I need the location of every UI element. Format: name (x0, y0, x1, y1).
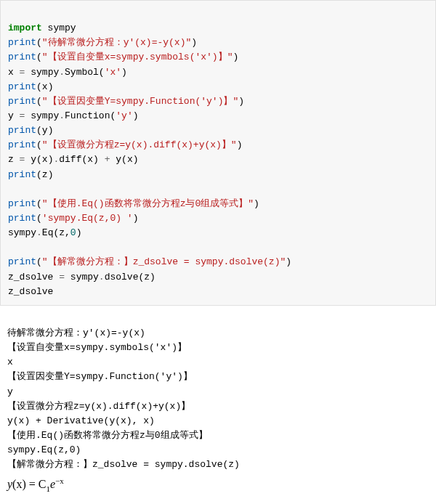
code-line: print("【设置自变量x=sympy.symbols('x')】") (8, 52, 238, 62)
fn-print: print (8, 37, 36, 48)
fn-print: print (8, 52, 36, 62)
module: sympy (8, 227, 36, 238)
output-line: y(x) + Derivative(y(x), x) (7, 415, 155, 426)
code-line: import sympy (8, 23, 76, 33)
paren: ( (36, 37, 42, 48)
paren: ( (36, 256, 42, 267)
arg: z (42, 169, 48, 180)
paren: ( (36, 125, 42, 136)
method: diff (59, 154, 81, 165)
string: 'y' (116, 110, 132, 121)
fn-print: print (8, 139, 36, 150)
module: sympy (25, 67, 59, 78)
var: z (8, 154, 20, 165)
fn-print: print (8, 81, 36, 92)
string: "待解常微分方程：y'(x)=-y(x)" (42, 37, 191, 48)
code-line: print("待解常微分方程：y'(x)=-y(x)") (8, 37, 197, 48)
code-line: print("【设置因变量Y=sympy.Function('y')】") (8, 96, 244, 107)
string: "【解常微分方程：】z_dsolve = sympy.dsolve(z)" (42, 256, 286, 267)
code-line: print('sympy.Eq(z,0) ') (8, 213, 138, 224)
math-superscript: −x (55, 476, 64, 485)
dot: . (59, 110, 65, 121)
dot: . (99, 272, 105, 283)
paren: ) (133, 110, 139, 121)
paren: ( (36, 96, 42, 107)
module: sympy (65, 272, 99, 283)
fn-print: print (8, 198, 36, 209)
paren: ) (254, 198, 259, 209)
class-name: Function (65, 110, 110, 121)
paren: ) (48, 169, 54, 180)
var: z_dsolve (8, 272, 59, 283)
paren: ( (36, 52, 42, 62)
string: "【使用.Eq()函数将常微分方程z与0组成等式】" (42, 198, 254, 209)
paren: ) (76, 227, 82, 238)
output-line: 【设置因变量Y=sympy.Function('y')】 (7, 371, 193, 382)
arg: x (42, 81, 48, 92)
paren: ( (36, 169, 42, 180)
paren: ) (233, 52, 238, 62)
fn-print: print (8, 96, 36, 107)
var: x (8, 67, 20, 78)
fn-dsolve: dsolve (105, 272, 139, 283)
class-name: Symbol (65, 67, 99, 78)
paren: ) (48, 81, 54, 92)
output-line: x (7, 357, 13, 367)
string: "【设置微分方程z=y(x).diff(x)+y(x)】" (42, 139, 237, 150)
operator: + (105, 154, 110, 165)
code-line: z_dsolve (8, 286, 53, 297)
output-line: sympy.Eq(z,0) (7, 444, 86, 455)
code-line: print("【解常微分方程：】z_dsolve = sympy.dsolve(… (8, 256, 291, 267)
paren: ) (48, 125, 54, 136)
code-line: z = y(x).diff(x) + y(x) (8, 154, 139, 165)
fn-print: print (8, 125, 36, 136)
arg: z, (59, 227, 70, 238)
code-line: y = sympy.Function('y') (8, 110, 139, 121)
paren: ( (36, 213, 42, 224)
output-line: 待解常微分方程：y'(x)=-y(x) (7, 328, 145, 338)
output-line: 【设置自变量x=sympy.symbols('x')】 (7, 342, 187, 353)
code-line: print("【使用.Eq()函数将常微分方程z与0组成等式】") (8, 198, 259, 209)
code-line: z_dsolve = sympy.dsolve(z) (8, 272, 156, 283)
output-line: y (7, 386, 13, 397)
keyword-import: import (8, 23, 42, 33)
paren: ) (150, 272, 156, 283)
math-output: y(x) = C1e−x (7, 472, 429, 495)
paren: ) (238, 96, 244, 107)
string: 'sympy.Eq(z,0) ' (42, 213, 133, 224)
paren: ) (191, 37, 197, 48)
dot: . (59, 67, 65, 78)
code-line: print("【设置微分方程z=y(x).diff(x)+y(x)】") (8, 139, 242, 150)
code-line: x = sympy.Symbol('x') (8, 67, 127, 78)
string: "【设置自变量x=sympy.symbols('x')】" (42, 52, 233, 62)
string: "【设置因变量Y=sympy.Function('y')】" (42, 96, 238, 107)
fn-print: print (8, 256, 36, 267)
arg: z (144, 272, 150, 283)
output-line: 【使用.Eq()函数将常微分方程z与0组成等式】 (7, 430, 208, 441)
var: z_dsolve (8, 286, 53, 297)
module-name: sympy (42, 23, 76, 33)
code-line: print(y) (8, 125, 53, 136)
dot: . (36, 227, 42, 238)
expr: y(x) (110, 154, 139, 165)
paren: ( (36, 198, 42, 209)
expr: y(x) (25, 154, 53, 165)
code-cell: import sympy print("待解常微分方程：y'(x)=-y(x)"… (0, 0, 436, 306)
code-line: sympy.Eq(z,0) (8, 227, 81, 238)
math-text: (x) = C (12, 479, 46, 491)
module: sympy (25, 110, 59, 121)
paren: ) (133, 213, 139, 224)
paren: ) (237, 139, 243, 150)
code-line: print(x) (8, 81, 53, 92)
expr: (x) (81, 154, 104, 165)
var: y (8, 110, 20, 121)
fn-print: print (8, 169, 36, 180)
output-line: 【设置微分方程z=y(x).diff(x)+y(x)】 (7, 401, 190, 412)
output-cell: 待解常微分方程：y'(x)=-y(x) 【设置自变量x=sympy.symbol… (0, 306, 436, 504)
paren: ) (286, 256, 291, 267)
number: 0 (70, 227, 76, 238)
math-e: e (50, 479, 55, 491)
operator: = (59, 272, 65, 283)
code-line: print(z) (8, 169, 53, 180)
paren: ( (99, 67, 105, 78)
